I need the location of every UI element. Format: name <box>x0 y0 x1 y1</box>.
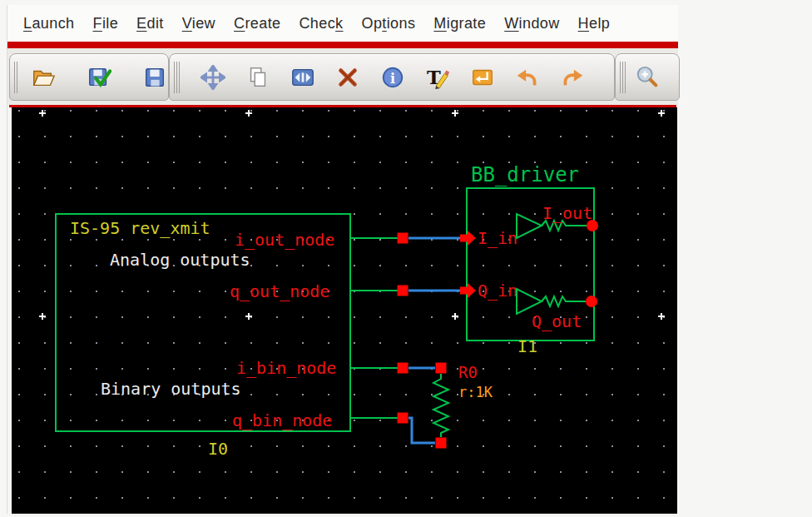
resistor-bottom-terminal[interactable] <box>436 438 447 449</box>
schematic-canvas[interactable]: IS-95 rev_xmit Analog outputs Binary out… <box>12 107 677 514</box>
bb-q-channel-symbol[interactable] <box>517 289 586 314</box>
zoom-in-icon <box>635 65 660 90</box>
bb-driver-title-label[interactable]: BB_driver <box>471 163 579 186</box>
is95-pin-q-bin-label[interactable]: q_bin_node <box>232 410 332 430</box>
properties-icon: i <box>380 65 405 90</box>
toolbar: iT <box>7 48 678 105</box>
grid-cross-marker <box>245 313 252 320</box>
menu-item-launch[interactable]: Launch <box>14 15 83 32</box>
menu-item-help[interactable]: Help <box>569 15 620 32</box>
copy-button[interactable] <box>245 64 271 91</box>
toolbar-panel-file <box>9 53 169 101</box>
is95-pin-i-out-label[interactable]: i_out_node <box>235 230 334 250</box>
instance-button[interactable] <box>469 64 496 91</box>
is95-instance[interactable]: IS-95 rev_xmit Analog outputs Binary out… <box>56 214 350 459</box>
redo-icon <box>560 65 585 90</box>
toolbar-grip[interactable] <box>174 62 181 93</box>
delete-icon <box>335 65 360 90</box>
stretch-button[interactable] <box>290 64 316 91</box>
menu-item-window[interactable]: Window <box>495 15 568 32</box>
resistor-value-label[interactable]: r:1K <box>458 384 493 400</box>
is95-pin-i-bin-label[interactable]: i_bin_node <box>236 358 336 378</box>
pin-arrow-i-in[interactable] <box>460 231 476 246</box>
accent-band <box>7 42 678 48</box>
solder-points[interactable] <box>398 233 447 449</box>
bb-driver-instance[interactable]: BB_driver I_in Q_in I_out <box>460 163 598 356</box>
grid-cross-marker <box>39 313 46 320</box>
edit-text-icon: T <box>425 65 450 90</box>
toolbar-grip[interactable] <box>620 62 627 93</box>
bb-pin-i-out-label[interactable]: I_out <box>542 203 592 223</box>
solder-square[interactable] <box>398 413 408 424</box>
toolbar-grip[interactable] <box>14 62 18 93</box>
redo-button[interactable] <box>559 64 586 91</box>
save-check-icon <box>87 65 111 90</box>
instance-icon <box>470 65 495 90</box>
is95-pin-q-out-label[interactable]: q_out_node <box>230 281 329 301</box>
menu-item-file[interactable]: File <box>83 15 127 32</box>
save-icon <box>142 65 167 90</box>
move-button[interactable] <box>200 64 226 91</box>
undo-icon <box>515 65 540 90</box>
open-folder-icon <box>31 65 56 90</box>
grid-cross-marker <box>452 313 458 320</box>
is95-binary-note[interactable]: Binary outputs <box>101 379 241 399</box>
menu-item-check[interactable]: Check <box>290 15 352 32</box>
pin-arrow-q-in[interactable] <box>460 283 476 298</box>
menu-item-options[interactable]: Options <box>353 15 425 32</box>
bb-pin-q-out-label[interactable]: Q_out <box>532 311 582 331</box>
solder-square[interactable] <box>398 363 408 374</box>
bb-instance-name[interactable]: I1 <box>517 336 537 356</box>
menu-bar: LaunchFileEditViewCreateCheckOptionsMigr… <box>7 5 678 42</box>
undo-button[interactable] <box>514 64 541 91</box>
is95-instance-name[interactable]: I0 <box>208 439 228 459</box>
zoom-in-button[interactable] <box>634 64 661 91</box>
application-window: LaunchFileEditViewCreateCheckOptionsMigr… <box>7 5 678 514</box>
resistor-r0[interactable]: R0 r:1K <box>433 363 493 437</box>
delete-button[interactable] <box>334 64 361 91</box>
save-button[interactable] <box>141 64 168 91</box>
toolbar-panel-zoom <box>615 53 680 101</box>
properties-button[interactable]: i <box>379 64 406 91</box>
is95-analog-note[interactable]: Analog outputs <box>110 250 250 270</box>
menu-item-create[interactable]: Create <box>225 15 290 32</box>
svg-text:i: i <box>390 70 395 86</box>
stretch-icon <box>290 65 315 90</box>
wire-q-bin-blue[interactable] <box>408 418 435 443</box>
resistor-top-terminal[interactable] <box>436 363 447 374</box>
green-wires[interactable] <box>350 238 398 418</box>
resistor-name-label[interactable]: R0 <box>458 363 478 381</box>
move-icon <box>201 65 225 90</box>
save-check-button[interactable] <box>86 64 112 91</box>
menu-item-edit[interactable]: Edit <box>127 15 173 32</box>
grid-cross-marker <box>658 313 665 320</box>
copy-icon <box>245 65 270 90</box>
bb-pin-q-in-label[interactable]: Q_in <box>478 281 517 301</box>
menu-item-migrate[interactable]: Migrate <box>424 15 495 32</box>
edit-text-button[interactable]: T <box>424 64 451 91</box>
toolbar-panel-edit: iT <box>169 53 615 101</box>
menu-item-view[interactable]: View <box>173 15 225 32</box>
open-folder-button[interactable] <box>30 64 57 91</box>
solder-square[interactable] <box>398 233 408 244</box>
bb-pin-i-in-label[interactable]: I_in <box>478 228 517 248</box>
solder-square[interactable] <box>398 286 408 296</box>
blue-wires[interactable] <box>408 238 461 443</box>
is95-title-label[interactable]: IS-95 rev_xmit <box>70 218 210 238</box>
resistor-symbol[interactable] <box>433 374 448 437</box>
output-dot-q[interactable] <box>586 296 597 307</box>
